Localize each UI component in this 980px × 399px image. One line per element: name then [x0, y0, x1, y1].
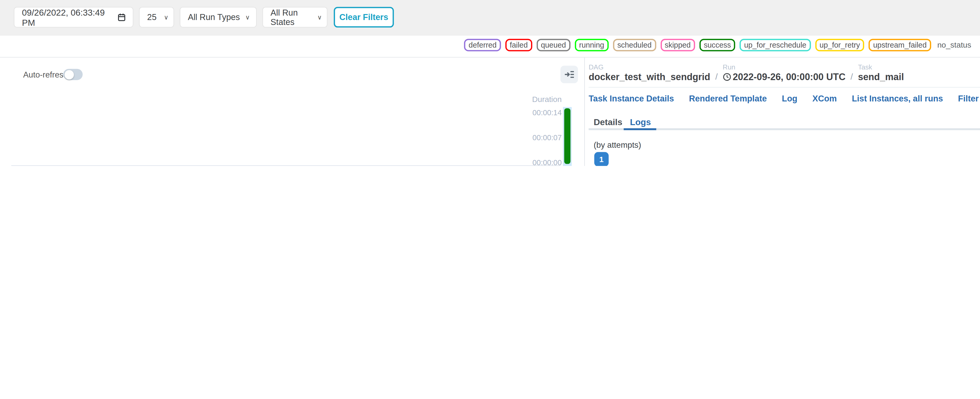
run-types-value: All Run Types — [188, 13, 240, 22]
date-filter-input[interactable]: 09/26/2022, 06:33:49 PM — [14, 7, 133, 27]
status-badge: skipped — [660, 39, 695, 51]
breadcrumb-separator: / — [715, 71, 718, 82]
run-datetime: 2022-09-26, 00:00:00 UTC — [733, 71, 845, 82]
airflow-grid-page: 09/26/2022, 06:33:49 PM 25 ∨ All Run Typ… — [0, 0, 980, 166]
run-types-select[interactable]: All Run Types ∨ — [180, 7, 257, 27]
run-states-select[interactable]: All Run States ∨ — [262, 7, 328, 27]
active-tab-underline — [624, 128, 656, 130]
auto-refresh-label: Auto-refresh — [23, 70, 68, 79]
dag-label: DAG — [589, 63, 710, 71]
status-badge: upstream_failed — [869, 39, 931, 51]
filter-bar: 09/26/2022, 06:33:49 PM 25 ∨ All Run Typ… — [0, 0, 980, 36]
duration-tick: 00:00:00 — [507, 158, 562, 166]
toggle-knob — [64, 70, 74, 79]
breadcrumb: DAG docker_test_with_sendgrid / Run 2022… — [589, 63, 904, 82]
tab-details[interactable]: Details — [594, 117, 622, 127]
task-instance-details-link[interactable]: Task Instance Details — [589, 94, 674, 103]
toggle-details-panel-button[interactable] — [560, 66, 578, 83]
grid-header-band — [11, 165, 560, 166]
status-badge: up_for_retry — [815, 39, 864, 51]
page-size-select[interactable]: 25 ∨ — [139, 7, 174, 27]
panel-divider — [584, 57, 585, 166]
chevron-down-icon: ∨ — [317, 14, 322, 20]
status-badge: queued — [536, 39, 570, 51]
chevron-down-icon: ∨ — [164, 14, 169, 20]
breadcrumb-separator: / — [851, 71, 853, 82]
status-badge: deferred — [465, 39, 501, 51]
rendered-template-link[interactable]: Rendered Template — [689, 94, 767, 103]
by-attempts-label: (by attempts) — [594, 140, 641, 150]
attempt-1-button[interactable]: 1 — [594, 152, 609, 166]
task-header-divider — [589, 87, 980, 87]
auto-refresh-toggle[interactable] — [63, 69, 83, 80]
calendar-icon — [118, 13, 127, 22]
log-link[interactable]: Log — [782, 94, 797, 103]
run-duration-bar[interactable] — [564, 108, 571, 164]
status-badge: success — [699, 39, 735, 51]
task-label: Task — [858, 63, 904, 71]
clock-icon — [723, 72, 732, 81]
run-label: Run — [723, 63, 846, 71]
status-badge: failed — [506, 39, 532, 51]
chevron-down-icon: ∨ — [245, 14, 250, 20]
status-badge: scheduled — [613, 39, 656, 51]
page-size-value: 25 — [147, 13, 156, 22]
status-badge: running — [575, 39, 609, 51]
no-status-label: no_status — [937, 41, 971, 49]
header-divider — [0, 57, 980, 57]
run-value: 2022-09-26, 00:00:00 UTC — [723, 71, 846, 82]
dag-name: docker_test_with_sendgrid — [589, 71, 710, 82]
status-badge: up_for_reschedule — [740, 39, 811, 51]
date-filter-value: 09/26/2022, 06:33:49 PM — [22, 7, 118, 27]
run-states-value: All Run States — [270, 8, 317, 27]
task-name-value: send_mail — [858, 71, 904, 82]
duration-tick: 00:00:07 — [507, 133, 562, 142]
filter-upstream-link[interactable]: Filter Upstream — [958, 94, 980, 103]
list-instances-link[interactable]: List Instances, all runs — [852, 94, 943, 103]
duration-axis-label: Duration — [507, 95, 562, 104]
xcom-link[interactable]: XCom — [812, 94, 837, 103]
clear-filters-button[interactable]: Clear Filters — [334, 7, 394, 27]
collapse-panel-icon — [564, 70, 574, 79]
task-action-links: Task Instance Details Rendered Template … — [589, 94, 980, 103]
duration-tick: 00:00:14 — [507, 108, 562, 117]
tab-logs[interactable]: Logs — [630, 117, 651, 127]
status-legend: deferred failed queued running scheduled… — [465, 38, 971, 52]
